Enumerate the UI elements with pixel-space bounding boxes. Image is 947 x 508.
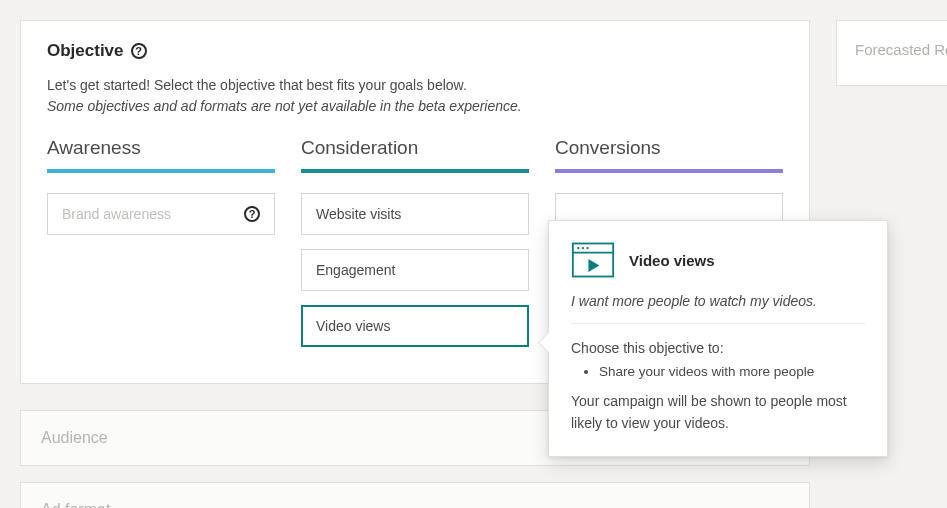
conversions-rule <box>555 169 783 173</box>
conversions-title: Conversions <box>555 137 783 159</box>
audience-label: Audience <box>41 429 108 446</box>
awareness-column: Awareness Brand awareness ? <box>47 137 275 361</box>
forecast-card: Forecasted Re <box>836 20 947 86</box>
option-video-views[interactable]: Video views <box>301 305 529 347</box>
tooltip-bullet: Share your videos with more people <box>599 364 865 379</box>
option-label: Website visits <box>316 206 401 222</box>
option-label: Engagement <box>316 262 395 278</box>
svg-point-3 <box>582 247 584 249</box>
help-icon[interactable]: ? <box>244 206 260 222</box>
option-website-visits[interactable]: Website visits <box>301 193 529 235</box>
consideration-column: Consideration Website visits Engagement … <box>301 137 529 361</box>
option-engagement[interactable]: Engagement <box>301 249 529 291</box>
objective-intro: Let's get started! Select the objective … <box>47 75 783 117</box>
tooltip-subtitle: I want more people to watch my videos. <box>571 293 865 309</box>
tooltip-divider <box>571 323 865 324</box>
svg-marker-5 <box>588 259 599 272</box>
svg-point-4 <box>586 247 588 249</box>
awareness-rule <box>47 169 275 173</box>
awareness-title: Awareness <box>47 137 275 159</box>
adformat-label: Ad format <box>41 501 110 508</box>
intro-text: Let's get started! Select the objective … <box>47 77 467 93</box>
consideration-title: Consideration <box>301 137 529 159</box>
option-label: Brand awareness <box>62 206 171 222</box>
objective-title: Objective <box>47 41 124 61</box>
adformat-section[interactable]: Ad format <box>20 482 810 508</box>
video-play-icon <box>571 241 615 279</box>
video-views-tooltip: Video views I want more people to watch … <box>548 220 888 457</box>
tooltip-bullets: Share your videos with more people <box>571 364 865 379</box>
option-label: Video views <box>316 318 390 334</box>
option-brand-awareness: Brand awareness ? <box>47 193 275 235</box>
forecast-label: Forecasted Re <box>855 41 947 58</box>
consideration-rule <box>301 169 529 173</box>
tooltip-footer: Your campaign will be shown to people mo… <box>571 391 865 434</box>
intro-note: Some objectives and ad formats are not y… <box>47 96 783 117</box>
help-icon[interactable]: ? <box>131 43 147 59</box>
tooltip-title: Video views <box>629 252 715 269</box>
tooltip-choose-label: Choose this objective to: <box>571 340 865 356</box>
svg-point-2 <box>577 247 579 249</box>
